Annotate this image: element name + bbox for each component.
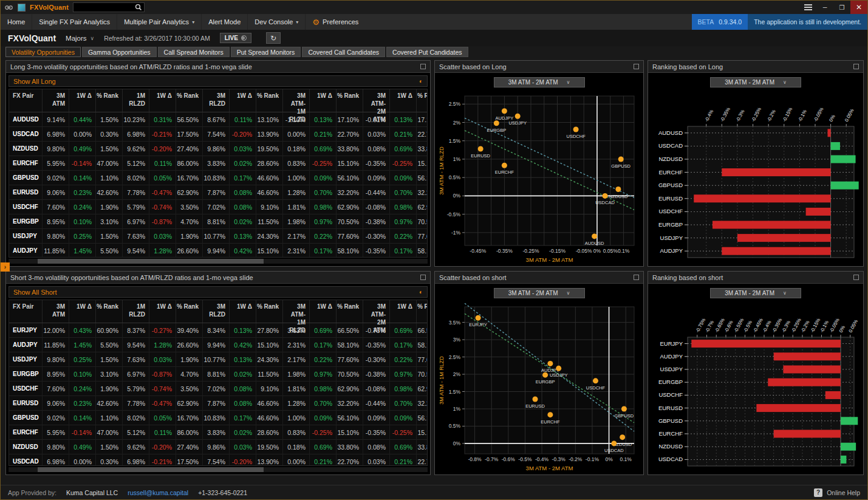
- expand-button[interactable]: ›: [1, 262, 10, 272]
- universe-selector[interactable]: Majors∨: [66, 35, 94, 42]
- scatter-point[interactable]: [533, 397, 538, 402]
- search-input[interactable]: [73, 4, 134, 11]
- column-header[interactable]: 3M RLZD: [203, 300, 230, 323]
- table-row[interactable]: EURUSD9.06%0.23%42.60%7.78%-0.47%62.90%7…: [9, 396, 428, 411]
- metric-dropdown[interactable]: 3M ATM - 2M ATM∨: [494, 77, 585, 87]
- menu-item-dev-console[interactable]: Dev Console▾: [248, 14, 306, 30]
- table-row[interactable]: EURGBP8.95%0.10%3.10%6.97%-0.87%4.70%8.8…: [9, 214, 428, 229]
- ranking-bar[interactable]: [737, 234, 831, 242]
- scatter-point[interactable]: [603, 193, 608, 199]
- refresh-button[interactable]: ↻: [266, 32, 281, 44]
- column-header[interactable]: 3M ATM- 2M ATM: [363, 300, 390, 323]
- search-box[interactable]: [73, 2, 145, 12]
- ranking-bar[interactable]: [806, 208, 831, 216]
- ranking-bar[interactable]: [841, 417, 858, 425]
- metric-dropdown[interactable]: 3M ATM - 2M ATM∨: [710, 77, 801, 87]
- panel-popout-checkbox[interactable]: [853, 64, 859, 69]
- table-row[interactable]: USDJPY9.80%0.25%1.50%7.63%0.03%1.90%10.7…: [9, 352, 428, 367]
- menu-item-alert-mode[interactable]: Alert Mode: [202, 14, 248, 30]
- scatter-point[interactable]: [494, 120, 499, 126]
- ranking-bar[interactable]: [783, 366, 840, 374]
- scatter-point[interactable]: [621, 406, 627, 411]
- tab-volatility-opportunities[interactable]: Volatility Opportunities: [5, 47, 81, 57]
- online-help-link[interactable]: Online Help: [827, 489, 860, 496]
- scatter-point[interactable]: [593, 378, 598, 383]
- column-header[interactable]: 1W Δ: [230, 300, 256, 323]
- scatter-point[interactable]: [615, 187, 621, 192]
- scatter-point[interactable]: [618, 156, 624, 162]
- table-row[interactable]: AUDUSD9.14%0.44%1.50%10.23%0.31%56.50%8.…: [9, 112, 428, 127]
- show-all-long-button[interactable]: Show All Long ◐: [9, 75, 428, 87]
- column-header[interactable]: % Rank: [417, 89, 428, 112]
- scatter-point[interactable]: [502, 108, 507, 114]
- scrollbar-thumb[interactable]: [38, 467, 264, 472]
- column-header[interactable]: 1W Δ: [310, 89, 337, 112]
- tab-gamma-opportunities[interactable]: Gamma Opportunities: [82, 47, 157, 57]
- tab-call-spread-monitors[interactable]: Call Spread Monitors: [158, 47, 230, 57]
- ranking-bar[interactable]: [841, 456, 846, 464]
- column-header[interactable]: % Rank: [256, 89, 283, 112]
- close-button[interactable]: ✕: [850, 1, 867, 14]
- metric-dropdown[interactable]: 3M ATM - 2M ATM∨: [494, 288, 585, 298]
- column-header[interactable]: % Rank: [176, 300, 203, 323]
- ranking-bar[interactable]: [827, 129, 830, 137]
- column-header[interactable]: % Rank: [176, 89, 203, 112]
- scatter-point[interactable]: [592, 233, 597, 239]
- table-row[interactable]: AUDJPY11.85%1.45%5.50%9.54%1.28%26.60%9.…: [9, 338, 428, 352]
- table-row[interactable]: AUDJPY11.85%1.45%5.50%9.54%1.28%26.60%9.…: [9, 244, 428, 258]
- column-header[interactable]: 1M RLZD: [123, 89, 149, 112]
- menu-item-multiple-pair-analytics[interactable]: Multiple Pair Analytics▾: [117, 14, 202, 30]
- minimize-button[interactable]: –: [816, 1, 833, 14]
- ranking-bar[interactable]: [831, 156, 856, 163]
- table-row[interactable]: GBPUSD9.02%0.14%1.10%8.02%0.05%16.70%10.…: [9, 411, 428, 425]
- column-header[interactable]: % Rank: [417, 300, 428, 323]
- ranking-bar[interactable]: [694, 194, 830, 202]
- table-row[interactable]: EURCHF5.95%-0.14%47.00%5.12%0.11%86.00%3…: [9, 425, 428, 440]
- panel-popout-checkbox[interactable]: [420, 275, 426, 280]
- menu-item-home[interactable]: Home: [1, 14, 32, 30]
- ranking-bar[interactable]: [841, 443, 856, 451]
- ranking-bar[interactable]: [691, 340, 841, 348]
- scatter-point[interactable]: [547, 361, 553, 366]
- tab-covered-call-candidates[interactable]: Covered Call Candidates: [302, 47, 385, 57]
- table-row[interactable]: EURUSD9.06%0.23%42.60%7.78%-0.47%62.90%7…: [9, 185, 428, 200]
- ranking-bar[interactable]: [774, 430, 841, 438]
- ranking-bar[interactable]: [713, 221, 831, 229]
- ranking-bar[interactable]: [722, 168, 830, 176]
- scatter-point[interactable]: [556, 366, 561, 371]
- column-header[interactable]: 3M RLZD: [203, 89, 230, 112]
- scatter-point[interactable]: [542, 372, 548, 378]
- table-row[interactable]: USDCAD6.98%0.00%0.30%6.98%-0.21%17.50%7.…: [9, 454, 428, 466]
- scatter-point[interactable]: [476, 315, 481, 321]
- column-header[interactable]: FX Pair: [9, 89, 43, 112]
- column-header[interactable]: 1W Δ: [390, 89, 417, 112]
- tab-put-spread-monitors[interactable]: Put Spread Monitors: [231, 47, 301, 57]
- show-all-short-button[interactable]: Show All Short ◐: [9, 286, 428, 298]
- column-header[interactable]: % Rank: [256, 300, 283, 323]
- maximize-button[interactable]: ❐: [833, 1, 850, 14]
- table-row[interactable]: EURCHF5.95%-0.14%47.00%5.12%0.11%86.00%3…: [9, 156, 428, 171]
- email-link[interactable]: russell@kuma.capital: [128, 489, 188, 496]
- column-header[interactable]: 1W Δ: [149, 89, 176, 112]
- column-header[interactable]: 3M ATM: [43, 89, 69, 112]
- help-icon[interactable]: ?: [814, 488, 822, 497]
- scatter-point[interactable]: [547, 412, 553, 417]
- column-header[interactable]: 3M ATM- 1M RLZD: [283, 300, 310, 323]
- ranking-bar[interactable]: [722, 247, 830, 255]
- ranking-bar[interactable]: [774, 352, 841, 360]
- column-header[interactable]: 1W Δ: [149, 300, 176, 323]
- panel-popout-checkbox[interactable]: [634, 275, 639, 280]
- table-row[interactable]: USDCHF7.60%0.24%1.90%5.79%-0.74%3.50%7.0…: [9, 200, 428, 214]
- table-row[interactable]: NZDUSD9.80%0.49%1.50%9.62%-0.20%27.40%9.…: [9, 142, 428, 156]
- scatter-point[interactable]: [573, 127, 579, 132]
- column-header[interactable]: 3M ATM- 2M ATM: [363, 89, 390, 112]
- short-table[interactable]: FX Pair3M ATM1W Δ% Rank1M RLZD1W Δ% Rank…: [9, 300, 428, 466]
- table-row[interactable]: NZDUSD9.80%0.49%1.50%9.62%-0.20%27.40%9.…: [9, 440, 428, 454]
- menu-item-preferences[interactable]: ⚙Preferences: [306, 14, 365, 30]
- panel-popout-checkbox[interactable]: [853, 275, 859, 280]
- ranking-bar[interactable]: [831, 182, 859, 190]
- tab-covered-put-candidates[interactable]: Covered Put Candidates: [386, 47, 468, 57]
- horizontal-scrollbar[interactable]: [9, 467, 428, 472]
- panel-popout-checkbox[interactable]: [634, 64, 639, 69]
- ranking-bar[interactable]: [831, 142, 840, 150]
